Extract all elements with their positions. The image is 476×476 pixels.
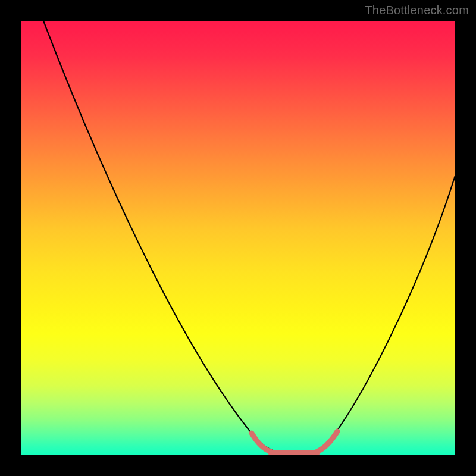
chart-frame: TheBottleneck.com bbox=[0, 0, 476, 476]
curve-svg-layer bbox=[21, 21, 455, 455]
watermark-text: TheBottleneck.com bbox=[365, 4, 469, 17]
minimum-highlight-left-segment bbox=[252, 433, 271, 452]
minimum-highlight-right-segment bbox=[317, 431, 337, 452]
plot-area bbox=[21, 21, 455, 455]
bottleneck-curve-path bbox=[43, 21, 455, 453]
